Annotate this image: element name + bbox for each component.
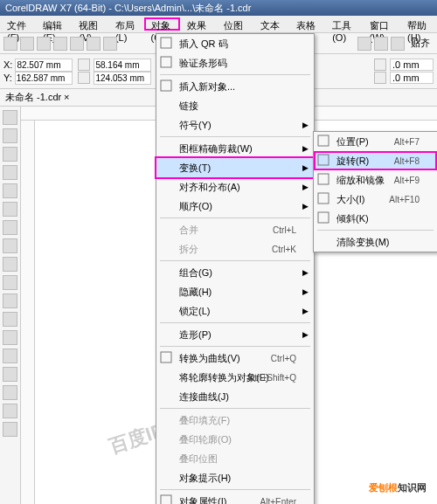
- interactive-tool-icon[interactable]: [3, 422, 17, 437]
- rectangle-tool-icon[interactable]: [3, 220, 17, 235]
- menu-item[interactable]: 图框精确剪裁(W)▶: [156, 139, 314, 158]
- print-icon[interactable]: [53, 37, 67, 51]
- menu-item[interactable]: 链接: [156, 96, 314, 115]
- mm2-input[interactable]: .0 mm: [390, 72, 434, 84]
- svg-rect-1: [161, 57, 171, 67]
- save-icon[interactable]: [37, 37, 51, 51]
- menu-item-label: 插入新对象...: [179, 80, 235, 93]
- snap-icon[interactable]: [357, 37, 371, 51]
- menu-view[interactable]: 视图(V): [72, 17, 108, 31]
- pos-icon: [317, 135, 331, 148]
- menu-item[interactable]: 连接曲线(J): [156, 387, 314, 406]
- menu-file[interactable]: 文件(F): [0, 17, 36, 31]
- menu-item[interactable]: 清除变换(M): [314, 232, 437, 252]
- svg-rect-8: [318, 193, 329, 204]
- zoom-tool-icon[interactable]: [3, 165, 17, 180]
- menu-item-label: 清除变换(M): [336, 236, 390, 249]
- menu-item[interactable]: 将轮廓转换为对象(E)Ctrl+Shift+Q: [156, 368, 314, 387]
- menu-item: 叠印填充(F): [156, 411, 314, 430]
- text-tool-icon[interactable]: [3, 275, 17, 290]
- ruler-vertical: [21, 121, 35, 504]
- menu-item[interactable]: 组合(G)▶: [156, 263, 314, 282]
- menu-item-label: 对齐和分布(A): [179, 181, 240, 194]
- menu-item[interactable]: 变换(T)▶: [156, 158, 314, 177]
- x-input[interactable]: [15, 59, 73, 72]
- transparency-tool-icon[interactable]: [3, 349, 17, 363]
- menu-item[interactable]: 缩放和镜像Alt+F9: [314, 170, 437, 190]
- parallel-tool-icon[interactable]: [3, 293, 17, 308]
- paste-icon[interactable]: [103, 37, 117, 51]
- copy-icon[interactable]: [87, 37, 101, 51]
- siz-icon: [317, 192, 331, 206]
- menu-item[interactable]: 插入新对象...: [156, 77, 314, 96]
- window-title: CorelDRAW X7 (64-Bit) - C:\Users\Admin\.…: [0, 0, 437, 16]
- object-menu: 插入 QR 码验证条形码插入新对象...链接符号(Y)▶图框精确剪裁(W)▶变换…: [156, 33, 315, 504]
- polygon-tool-icon[interactable]: [3, 257, 17, 272]
- new-icon[interactable]: [3, 37, 17, 51]
- connector-tool-icon[interactable]: [3, 312, 17, 327]
- shortcut-label: Ctrl+K: [272, 245, 296, 254]
- shortcut-label: Alt+F9: [394, 176, 420, 185]
- open-icon[interactable]: [20, 37, 34, 51]
- menu-item[interactable]: 对齐和分布(A)▶: [156, 177, 314, 197]
- pick-tool-icon[interactable]: [3, 110, 17, 125]
- menu-table[interactable]: 表格(T): [289, 17, 325, 31]
- ellipse-tool-icon[interactable]: [3, 238, 17, 253]
- menu-effect[interactable]: 效果(C): [180, 17, 217, 31]
- artistic-tool-icon[interactable]: [3, 202, 17, 217]
- menu-item[interactable]: 锁定(L)▶: [156, 301, 314, 321]
- menu-item-label: 隐藏(H): [179, 286, 212, 299]
- width-input[interactable]: [94, 59, 151, 72]
- shortcut-label: Ctrl+Q: [271, 354, 296, 363]
- grid-icon[interactable]: [374, 37, 388, 51]
- svg-rect-2: [161, 80, 171, 91]
- submenu-arrow-icon: ▶: [302, 287, 309, 296]
- menu-edit[interactable]: 编辑(E): [36, 17, 72, 31]
- menu-item: 叠印位图: [156, 449, 314, 468]
- freehand-tool-icon[interactable]: [3, 183, 17, 198]
- menu-item-label: 大小(I): [336, 193, 364, 206]
- eyedropper-tool-icon[interactable]: [3, 367, 17, 382]
- menu-item[interactable]: 符号(Y)▶: [156, 115, 314, 135]
- outline-tool-icon[interactable]: [3, 404, 17, 418]
- menu-layout[interactable]: 布局(L): [108, 17, 144, 31]
- mm1-input[interactable]: .0 mm: [390, 59, 434, 71]
- menu-item-label: 链接: [179, 100, 198, 113]
- submenu-arrow-icon: ▶: [302, 202, 309, 211]
- menu-object[interactable]: 对象(C): [144, 17, 181, 31]
- prop-icon: [160, 494, 174, 504]
- guide-icon[interactable]: [391, 37, 405, 51]
- menu-window[interactable]: 窗口(W): [363, 17, 401, 31]
- submenu-arrow-icon: ▶: [302, 121, 309, 129]
- menu-item[interactable]: 对象属性(I)Alt+Enter: [156, 492, 314, 504]
- menu-item[interactable]: 旋转(R)Alt+F8: [314, 151, 437, 170]
- crop-tool-icon[interactable]: [3, 147, 17, 162]
- effect-tool-icon[interactable]: [3, 330, 17, 345]
- menu-item[interactable]: 对象提示(H): [156, 468, 314, 487]
- height-icon: [78, 72, 90, 84]
- submenu-arrow-icon: ▶: [302, 163, 309, 172]
- menu-tools[interactable]: 工具(O): [325, 17, 362, 31]
- menu-item[interactable]: 位置(P)Alt+F7: [314, 132, 437, 151]
- scl-icon: [317, 173, 331, 187]
- menu-item[interactable]: 顺序(O)▶: [156, 197, 314, 216]
- menu-item[interactable]: 转换为曲线(V)Ctrl+Q: [156, 349, 314, 368]
- cut-icon[interactable]: [70, 37, 84, 51]
- menu-item[interactable]: 大小(I)Alt+F10: [314, 190, 437, 209]
- menu-item[interactable]: 造形(P)▶: [156, 325, 314, 344]
- svg-rect-6: [318, 155, 329, 165]
- menu-item[interactable]: 隐藏(H)▶: [156, 282, 314, 301]
- menu-item[interactable]: 验证条形码: [156, 53, 314, 72]
- menu-bitmap[interactable]: 位图(B): [217, 17, 253, 31]
- menu-help[interactable]: 帮助(H): [400, 17, 437, 31]
- menu-item[interactable]: 倾斜(K): [314, 209, 437, 228]
- snap-label[interactable]: 贴齐: [407, 37, 434, 50]
- menu-item-label: 造形(P): [179, 328, 212, 342]
- height-input[interactable]: [94, 72, 151, 85]
- y-input[interactable]: [15, 72, 73, 85]
- shape-tool-icon[interactable]: [3, 128, 17, 143]
- menu-text[interactable]: 文本(X): [253, 17, 289, 31]
- menu-item[interactable]: 插入 QR 码: [156, 34, 314, 53]
- fill-tool-icon[interactable]: [3, 385, 17, 400]
- close-tab-icon[interactable]: ×: [64, 92, 69, 102]
